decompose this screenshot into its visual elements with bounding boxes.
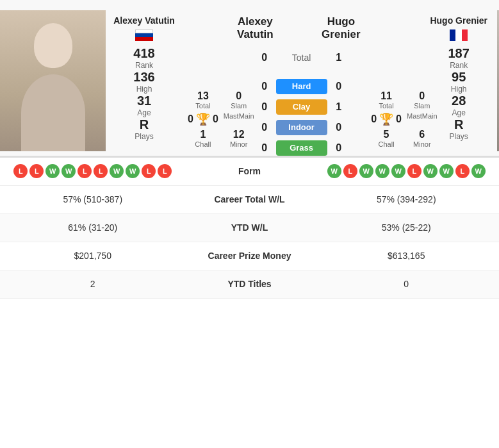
h2h-grass-right: 0 — [332, 142, 345, 154]
player1-name-center: Alexey Vatutin — [237, 15, 274, 42]
player2-rank-value: 187 — [448, 46, 469, 61]
stats-row-1: 61% (31-20)YTD W/L53% (25-22) — [0, 214, 499, 242]
player2-form-badges: WLWWWLWWLW — [314, 159, 500, 183]
form-badge-l: L — [13, 164, 28, 178]
player2-chall: 5 Chall — [371, 129, 402, 148]
stats-row-1-left: 61% (31-20) — [0, 217, 186, 238]
player2-chall-label: Chall — [371, 140, 402, 148]
form-badge-l: L — [142, 164, 156, 178]
h2h-total-right: 1 — [332, 52, 345, 63]
form-badge-w: W — [359, 164, 373, 178]
bottom-stats-section: LLWWLLWWLL Form WLWWWLWWLW 57% (510-387)… — [0, 156, 499, 448]
form-label: Form — [186, 166, 314, 176]
h2h-clay-row: 0 Clay 1 — [258, 99, 345, 115]
player1-total-value: 13 — [188, 90, 218, 102]
indoor-badge: Indoor — [276, 120, 327, 135]
player1-mast: 0 🏆 0 — [188, 112, 218, 126]
stats-row-3-left: 2 — [0, 274, 186, 294]
player1-total-label: Total — [188, 102, 218, 110]
player2-trophy-icon: 🏆 — [379, 112, 393, 126]
stats-row-0: 57% (510-387)Career Total W/L57% (394-29… — [0, 186, 499, 214]
form-badge-w: W — [375, 164, 389, 178]
player-names-row: Alexey Vatutin Hugo Grenier — [237, 15, 366, 42]
h2h-grass-row: 0 Grass 0 — [258, 140, 345, 156]
stats-row-0-center: Career Total W/L — [186, 194, 314, 204]
player1-stats-grid: 13 Total 0 Slam 0 🏆 0 Mast Main 1 Chall … — [183, 90, 237, 148]
player1-high-value: 136 — [133, 70, 154, 85]
player-comparison-header: Alexey Vatutin 418 Rank 136 High 31 Age … — [0, 0, 499, 156]
player2-age: 28 Age — [452, 94, 466, 117]
stats-row-1-center: YTD W/L — [186, 222, 314, 233]
clay-badge: Clay — [276, 99, 327, 115]
player1-total: 13 Total — [188, 90, 218, 110]
form-badge-l: L — [78, 164, 92, 178]
player2-main-value: 0 — [396, 113, 402, 125]
player1-chall-label: Chall — [188, 140, 218, 148]
form-badge-l: L — [455, 164, 470, 178]
h2h-indoor-left: 0 — [258, 122, 271, 133]
h2h-grass-left: 0 — [258, 142, 271, 154]
h2h-hard-right: 0 — [332, 81, 345, 92]
player1-rank-label: Rank — [133, 61, 154, 70]
player2-age-value: 28 — [452, 94, 466, 108]
player1-plays-label: Plays — [135, 132, 153, 141]
form-badge-w: W — [439, 164, 454, 178]
stats-row-2-left: $201,750 — [0, 245, 186, 266]
h2h-clay-left: 0 — [258, 101, 271, 113]
player1-rank-value: 418 — [133, 46, 154, 61]
player2-plays-label: Plays — [449, 132, 468, 141]
form-badge-w: W — [45, 164, 60, 178]
player2-mast-value: 0 — [371, 113, 377, 125]
form-badge-w: W — [126, 164, 140, 178]
player1-rank: 418 Rank — [133, 46, 154, 70]
h2h-panel: Alexey Vatutin Hugo Grenier 0 Total 1 0 … — [237, 10, 366, 156]
form-badge-l: L — [29, 164, 44, 178]
h2h-indoor-row: 0 Indoor 0 — [258, 120, 345, 135]
form-badge-w: W — [391, 164, 405, 178]
player2-mast: 0 🏆 0 — [371, 112, 402, 126]
player2-name: Hugo Grenier — [430, 15, 487, 26]
player1-form-badges: LLWWLLWWLL — [0, 159, 186, 183]
form-badge-w: W — [110, 164, 124, 178]
player2-age-label: Age — [452, 108, 466, 117]
form-badge-w: W — [423, 164, 438, 178]
form-badge-w: W — [61, 164, 76, 178]
player2-stats-grid: 11 Total 0 Slam 0 🏆 0 Mast Main 5 Chall … — [366, 90, 420, 148]
form-badge-l: L — [158, 164, 172, 178]
player2-title-stats: 11 Total 0 Slam 0 🏆 0 Mast Main 5 Chall … — [366, 10, 420, 156]
h2h-total-label: Total — [276, 53, 327, 63]
player1-chall: 1 Chall — [188, 129, 218, 148]
stats-row-3: 2YTD Titles0 — [0, 270, 499, 299]
player2-total: 11 Total — [371, 90, 402, 110]
form-row: LLWWLLWWLL Form WLWWWLWWLW — [0, 158, 499, 186]
player1-main-value: 0 — [213, 113, 218, 125]
form-badge-l: L — [343, 164, 357, 178]
player1-age-label: Age — [137, 108, 151, 117]
h2h-hard-left: 0 — [258, 81, 271, 92]
player2-rank-label: Rank — [448, 61, 469, 70]
player2-plays-value: R — [449, 117, 468, 132]
stats-row-3-right: 0 — [314, 274, 500, 294]
form-badge-l: L — [94, 164, 108, 178]
h2h-indoor-right: 0 — [332, 122, 345, 133]
stats-row-2-right: $613,165 — [314, 245, 500, 266]
player1-trophy-icon: 🏆 — [196, 112, 210, 126]
player1-flag — [135, 29, 153, 41]
grass-badge: Grass — [276, 140, 327, 156]
player2-high-label: High — [451, 85, 467, 94]
player2-total-label: Total — [371, 102, 402, 110]
player1-plays: R Plays — [135, 117, 153, 141]
player1-high-label: High — [133, 85, 154, 94]
form-badge-w: W — [471, 164, 486, 178]
stats-row-0-right: 57% (394-292) — [314, 189, 500, 210]
stats-row-2: $201,750Career Prize Money$613,165 — [0, 242, 499, 270]
h2h-hard-row: 0 Hard 0 — [258, 79, 345, 94]
hard-badge: Hard — [276, 79, 327, 94]
stats-row-1-right: 53% (25-22) — [314, 217, 500, 238]
h2h-clay-right: 1 — [332, 101, 345, 113]
player2-name-center: Hugo Grenier — [316, 15, 366, 42]
form-badge-l: L — [407, 164, 421, 178]
player2-plays: R Plays — [449, 117, 468, 141]
player2-stats-panel: Hugo Grenier 187 Rank 95 High 28 Age R P… — [420, 10, 497, 156]
stats-row-0-left: 57% (510-387) — [0, 189, 186, 210]
